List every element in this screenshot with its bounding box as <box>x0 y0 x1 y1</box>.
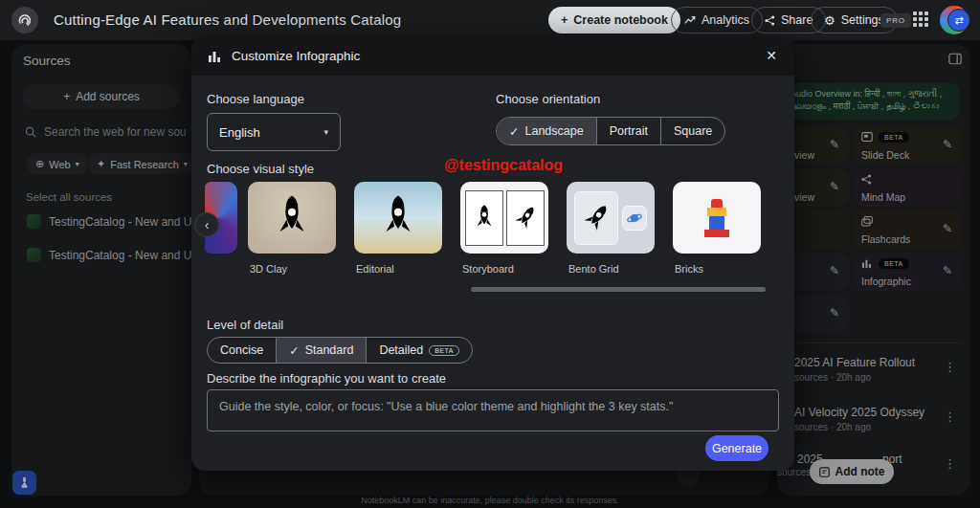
create-notebook-button[interactable]: + Create notebook <box>548 7 680 33</box>
language-select[interactable]: English ▾ <box>207 113 341 151</box>
share-icon <box>765 15 775 26</box>
close-icon[interactable]: ✕ <box>766 48 777 63</box>
plus-icon: + <box>561 13 568 27</box>
style-thumb-editorial[interactable] <box>354 182 442 254</box>
carousel-scrollbar[interactable] <box>471 287 766 292</box>
style-label: Storyboard <box>462 263 514 275</box>
choose-orientation-label: Choose orientation <box>496 92 600 106</box>
choose-visual-style-label: Choose visual style <box>207 162 314 176</box>
apps-grid-icon[interactable] <box>913 11 930 29</box>
style-label: Bento Grid <box>568 263 619 275</box>
choose-language-label: Choose language <box>207 92 304 106</box>
check-icon: ✓ <box>509 124 519 139</box>
detail-option-detailed[interactable]: Detailed BETA <box>367 338 472 363</box>
style-label: 3D Clay <box>250 263 287 275</box>
style-thumb-bento-grid[interactable] <box>567 182 655 254</box>
style-label: Bricks <box>675 263 703 275</box>
level-of-detail-label: Level of detail <box>207 318 283 332</box>
style-thumb-bricks[interactable] <box>673 182 761 254</box>
switch-profile-icon[interactable]: ⇄ <box>947 9 970 32</box>
analytics-button[interactable]: Analytics <box>671 7 763 33</box>
style-thumb-storyboard[interactable] <box>460 182 548 254</box>
describe-label: Describe the infographic you want to cre… <box>207 371 446 386</box>
orientation-option-square[interactable]: Square <box>661 118 724 144</box>
chevron-left-icon: ‹ <box>205 217 210 232</box>
top-bar: Cutting-Edge AI Features and Development… <box>0 0 980 40</box>
check-icon: ✓ <box>289 343 299 358</box>
detail-option-standard[interactable]: ✓ Standard <box>277 338 367 363</box>
orientation-segmented-control: ✓ Landscape Portrait Square <box>496 117 725 145</box>
style-thumb-3d-clay[interactable] <box>248 182 336 254</box>
detail-option-concise[interactable]: Concise <box>208 338 277 363</box>
orientation-option-landscape[interactable]: ✓ Landscape <box>497 118 597 144</box>
modal-title: Customize Infographic <box>232 49 360 63</box>
customize-infographic-modal: Customize Infographic ✕ Choose language … <box>191 36 794 471</box>
style-label: Editorial <box>356 263 394 275</box>
carousel-prev-button[interactable]: ‹ <box>194 212 219 237</box>
notebooklm-logo-icon[interactable] <box>11 7 38 33</box>
orientation-option-portrait[interactable]: Portrait <box>597 118 661 144</box>
watermark-text: @testingcatalog <box>444 157 563 174</box>
gear-icon: ⚙ <box>824 13 835 28</box>
describe-input-wrapper <box>207 389 779 431</box>
pro-badge: PRO <box>880 13 911 28</box>
generate-button[interactable]: Generate <box>705 435 768 461</box>
detail-segmented-control: Concise ✓ Standard Detailed BETA <box>207 337 473 364</box>
analytics-icon <box>684 14 696 26</box>
notebooklm-app: Cutting-Edge AI Features and Development… <box>0 0 980 508</box>
infographic-bars-icon <box>208 50 221 67</box>
notebook-title: Cutting-Edge AI Features and Development… <box>54 11 401 28</box>
beta-badge: BETA <box>429 345 459 356</box>
dropdown-caret-icon: ▾ <box>323 127 328 137</box>
modal-header: Customize Infographic ✕ <box>191 36 794 77</box>
describe-input[interactable] <box>219 400 767 421</box>
